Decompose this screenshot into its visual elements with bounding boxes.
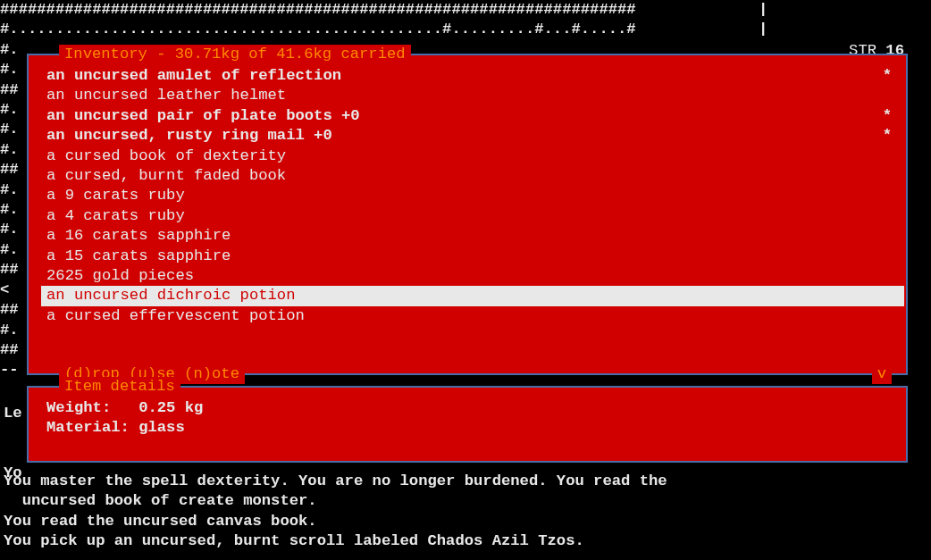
inventory-item[interactable]: a cursed effervescent potion bbox=[46, 306, 897, 326]
inventory-item[interactable]: an uncursed dichroic potion bbox=[41, 286, 904, 305]
equipped-marker-icon: * bbox=[883, 66, 892, 86]
inventory-item-label: a cursed effervescent potion bbox=[46, 307, 305, 324]
item-details-panel: Item details Weight: 0.25 kg Material: g… bbox=[27, 386, 908, 463]
inventory-item[interactable]: a cursed, burnt faded book bbox=[46, 166, 897, 186]
inventory-item-label: a cursed book of dexterity bbox=[46, 147, 286, 164]
inventory-panel[interactable]: Inventory - 30.71kg of 41.6kg carried an… bbox=[27, 54, 908, 375]
inventory-item[interactable]: an uncursed, rusty ring mail +0* bbox=[46, 126, 897, 146]
inventory-item-label: a 16 carats sapphire bbox=[46, 227, 231, 244]
game-screen: ########################################… bbox=[0, 0, 931, 560]
inventory-item[interactable]: a cursed book of dexterity bbox=[46, 146, 897, 166]
map-vbar: | | bbox=[759, 0, 767, 40]
inventory-item-label: an uncursed amulet of reflection bbox=[46, 67, 341, 84]
item-details-title: Item details bbox=[59, 377, 180, 397]
inventory-item-label: a 15 carats sapphire bbox=[46, 247, 231, 264]
inventory-item-label: a cursed, burnt faded book bbox=[46, 167, 286, 184]
inventory-item[interactable]: an uncursed amulet of reflection* bbox=[46, 66, 897, 86]
equipped-marker-icon: * bbox=[883, 126, 892, 146]
inventory-item-label: an uncursed pair of plate boots +0 bbox=[46, 107, 360, 124]
inventory-title: Inventory - 30.71kg of 41.6kg carried bbox=[59, 45, 411, 64]
inventory-item[interactable]: 2625 gold pieces bbox=[46, 266, 897, 286]
inventory-item[interactable]: a 15 carats sapphire bbox=[46, 247, 897, 266]
inventory-item-label: a 4 carats ruby bbox=[46, 207, 185, 224]
inventory-item-label: 2625 gold pieces bbox=[46, 267, 194, 284]
inventory-list[interactable]: an uncursed amulet of reflection*an uncu… bbox=[46, 66, 897, 361]
equipped-marker-icon: * bbox=[883, 106, 892, 126]
scroll-down-icon[interactable]: v bbox=[872, 364, 892, 384]
inventory-item-label: a 9 carats ruby bbox=[46, 187, 185, 204]
inventory-item[interactable]: a 4 carats ruby bbox=[46, 206, 897, 226]
item-details-body: Weight: 0.25 kg Material: glass bbox=[46, 398, 203, 439]
inventory-item[interactable]: an uncursed leather helmet bbox=[46, 86, 897, 105]
inventory-item[interactable]: a 9 carats ruby bbox=[46, 186, 897, 205]
inventory-item-label: an uncursed dichroic potion bbox=[46, 287, 295, 304]
inventory-item[interactable]: an uncursed pair of plate boots +0* bbox=[46, 106, 897, 126]
inventory-item-label: an uncursed leather helmet bbox=[46, 87, 286, 104]
inventory-item-label: an uncursed, rusty ring mail +0 bbox=[46, 127, 332, 144]
message-log: You master the spell dexterity. You are … bbox=[4, 472, 667, 552]
inventory-item[interactable]: a 16 carats sapphire bbox=[46, 226, 897, 246]
